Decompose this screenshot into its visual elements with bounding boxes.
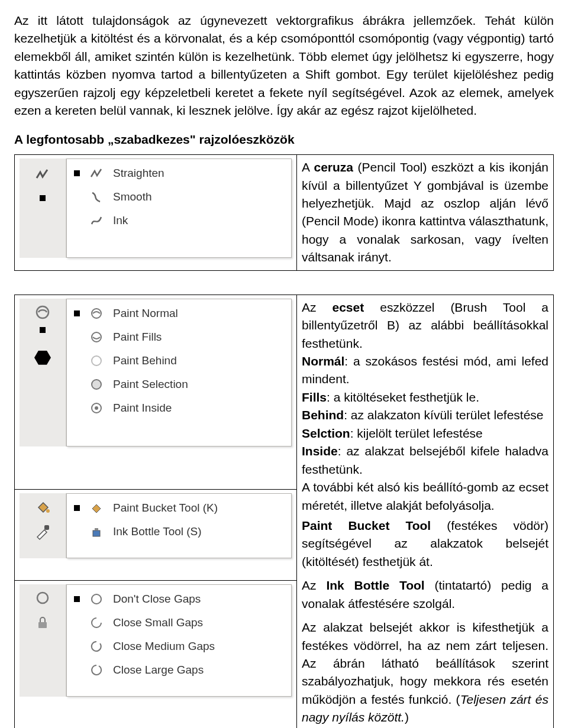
menu-label: Paint Fills [113, 329, 283, 345]
gap-tool-icon[interactable] [33, 588, 53, 608]
straighten-tool-icon[interactable] [33, 164, 53, 185]
menu-item-paint-behind[interactable]: Paint Behind [67, 349, 291, 373]
menu-label: Smooth [113, 189, 283, 205]
menu-item-close-small-gaps[interactable]: Close Small Gaps [67, 611, 291, 635]
gap-none-icon [88, 591, 105, 607]
paint-fills-icon [88, 329, 105, 345]
gap-menu-cell: Don't Close Gaps Close Small Gaps Close … [15, 580, 297, 728]
eyedropper-tool-icon[interactable] [33, 522, 53, 542]
menu-label: Paint Bucket Tool (K) [113, 500, 283, 516]
menu-item-straighten[interactable]: Straighten [67, 161, 291, 185]
paint-behind-icon [88, 352, 105, 369]
menu-label: Paint Behind [113, 352, 283, 369]
svg-rect-12 [38, 622, 47, 628]
brush-shape-icon[interactable] [34, 351, 51, 365]
menu-item-paint-normal[interactable]: Paint Normal [67, 302, 291, 325]
paint-normal-icon [88, 305, 105, 322]
menu-label: Ink Bottle Tool (S) [113, 523, 283, 540]
pencil-description: A ceruza (Pencil Tool) eszközt a kis iko… [297, 155, 554, 271]
gap-size-menu[interactable]: Don't Close Gaps Close Small Gaps Close … [66, 584, 292, 697]
selection-marker-icon [40, 327, 46, 333]
menu-item-smooth[interactable]: Smooth [67, 185, 291, 209]
selection-marker-icon [40, 195, 46, 201]
ink-bottle-icon [88, 523, 105, 540]
paint-bucket-icon [88, 500, 105, 516]
gap-small-icon [88, 614, 105, 631]
gap-large-icon [88, 662, 105, 678]
svg-point-4 [92, 380, 101, 389]
menu-label: Paint Normal [113, 305, 283, 322]
straighten-icon [88, 165, 105, 182]
menu-item-paint-bucket[interactable]: Paint Bucket Tool (K) [67, 496, 291, 520]
brush-bucket-description: Az ecset eszközzel (Brush Tool a billent… [297, 295, 554, 728]
ink-icon [88, 212, 105, 229]
svg-rect-10 [95, 528, 98, 530]
paint-bucket-tool-icon[interactable] [33, 497, 53, 517]
tools-table: Straighten Smooth Ink A ceruza (Pencil T… [14, 154, 554, 728]
svg-point-3 [92, 356, 101, 365]
menu-label: Close Medium Gaps [113, 638, 283, 655]
brush-menu-cell: Paint Normal Paint Fills Paint Behind Pa… [15, 295, 297, 489]
menu-label: Ink [113, 212, 283, 229]
paint-inside-icon [88, 400, 105, 416]
brush-mode-menu[interactable]: Paint Normal Paint Fills Paint Behind Pa… [66, 299, 292, 446]
pencil-menu-cell: Straighten Smooth Ink [15, 155, 297, 271]
svg-point-6 [95, 406, 98, 410]
section-heading: A legfontosabb „szabadkezes" rajzolóeszk… [14, 131, 554, 148]
lock-fill-icon[interactable] [33, 613, 53, 633]
menu-item-dont-close-gaps[interactable]: Don't Close Gaps [67, 587, 291, 611]
menu-label: Straighten [113, 165, 283, 182]
menu-item-ink-bottle[interactable]: Ink Bottle Tool (S) [67, 520, 291, 543]
gap-medium-icon [88, 638, 105, 655]
paint-normal-tool-icon[interactable] [33, 302, 53, 322]
menu-label: Close Small Gaps [113, 614, 283, 631]
menu-item-close-medium-gaps[interactable]: Close Medium Gaps [67, 635, 291, 658]
bucket-tool-menu[interactable]: Paint Bucket Tool (K) Ink Bottle Tool (S… [66, 493, 292, 558]
menu-item-ink[interactable]: Ink [67, 209, 291, 232]
svg-point-11 [37, 593, 48, 603]
svg-rect-8 [44, 525, 49, 530]
paint-selection-icon [88, 376, 105, 393]
menu-item-paint-inside[interactable]: Paint Inside [67, 396, 291, 420]
pencil-mode-menu[interactable]: Straighten Smooth Ink [66, 158, 292, 258]
svg-point-13 [92, 594, 101, 604]
menu-label: Close Large Gaps [113, 662, 283, 678]
menu-label: Don't Close Gaps [113, 591, 283, 607]
intro-paragraph: Az itt látott tulajdonságok az úgyneveze… [14, 12, 554, 120]
svg-rect-9 [93, 530, 100, 536]
menu-item-close-large-gaps[interactable]: Close Large Gaps [67, 658, 291, 682]
smooth-icon [88, 189, 105, 205]
bucket-menu-cell: Paint Bucket Tool (K) Ink Bottle Tool (S… [15, 489, 297, 580]
menu-item-paint-selection[interactable]: Paint Selection [67, 373, 291, 396]
svg-point-7 [46, 509, 50, 513]
menu-label: Paint Selection [113, 376, 283, 393]
menu-item-paint-fills[interactable]: Paint Fills [67, 325, 291, 349]
menu-label: Paint Inside [113, 400, 283, 416]
